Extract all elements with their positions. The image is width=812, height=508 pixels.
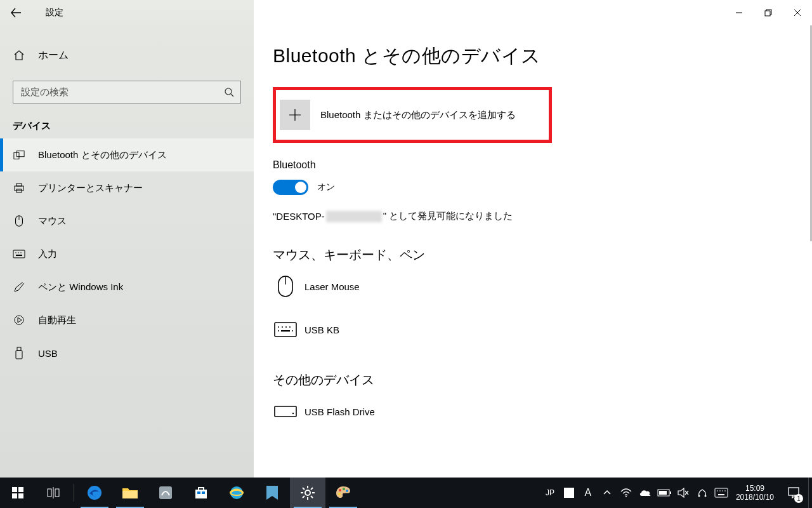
svg-point-44 xyxy=(305,490,310,495)
taskbar-app-generic1[interactable] xyxy=(148,478,183,508)
palette-icon xyxy=(335,485,351,500)
svg-point-65 xyxy=(719,490,721,491)
svg-point-24 xyxy=(278,330,279,331)
sidebar-home-label: ホーム xyxy=(38,49,69,62)
sidebar-item-label: 自動再生 xyxy=(38,314,76,326)
back-button[interactable] xyxy=(0,0,32,25)
svg-rect-31 xyxy=(12,493,17,498)
svg-line-52 xyxy=(311,488,313,490)
svg-rect-39 xyxy=(195,490,207,498)
svg-rect-19 xyxy=(275,323,296,337)
device-row[interactable]: Laser Mouse xyxy=(273,272,812,300)
section-other-devices: その他のデバイス xyxy=(273,371,812,389)
svg-point-57 xyxy=(625,496,627,497)
tray-onedrive[interactable] xyxy=(636,478,655,508)
svg-point-36 xyxy=(88,486,102,500)
svg-point-67 xyxy=(724,490,726,491)
svg-rect-5 xyxy=(16,184,22,186)
svg-rect-29 xyxy=(12,487,17,492)
taskbar-app-generic2[interactable] xyxy=(254,478,290,508)
mouse-icon xyxy=(273,274,298,298)
start-button[interactable] xyxy=(0,478,36,508)
ime-indicator[interactable] xyxy=(560,478,579,508)
sidebar-item-label: USB xyxy=(38,348,58,359)
taskbar-app-paint[interactable] xyxy=(325,478,361,508)
pen-icon xyxy=(13,281,25,293)
clock-time: 15:09 xyxy=(745,484,764,493)
svg-point-23 xyxy=(289,326,291,328)
maximize-button[interactable] xyxy=(754,0,783,25)
content: Bluetooth とその他のデバイス Bluetooth またはその他のデバイ… xyxy=(254,25,812,478)
minimize-icon xyxy=(735,9,743,17)
sidebar-item-bluetooth-devices[interactable]: Bluetooth とその他のデバイス xyxy=(0,138,254,171)
svg-point-28 xyxy=(292,413,294,414)
svg-rect-13 xyxy=(16,255,22,256)
tray-volume[interactable] xyxy=(674,478,693,508)
svg-point-11 xyxy=(18,252,19,253)
device-row[interactable]: USB KB xyxy=(273,316,812,344)
discover-suffix: " として発見可能になりました xyxy=(383,210,513,222)
app-tray-icon xyxy=(697,487,708,498)
show-desktop-button[interactable] xyxy=(808,478,812,508)
tray-battery[interactable] xyxy=(655,478,674,508)
sidebar-item-mouse[interactable]: マウス xyxy=(0,204,254,237)
ime-language[interactable]: JP xyxy=(540,478,560,508)
wifi-icon xyxy=(620,488,632,498)
sidebar-item-autoplay[interactable]: 自動再生 xyxy=(0,304,254,337)
svg-rect-60 xyxy=(659,491,667,495)
svg-rect-4 xyxy=(15,186,23,190)
tray-touch-keyboard[interactable] xyxy=(712,478,731,508)
taskbar-app-store[interactable] xyxy=(183,478,219,508)
device-row[interactable]: USB Flash Drive xyxy=(273,398,812,425)
svg-rect-16 xyxy=(16,351,22,359)
svg-rect-41 xyxy=(202,491,205,494)
svg-point-12 xyxy=(20,252,22,253)
notification-badge: 1 xyxy=(794,494,803,503)
gear-icon xyxy=(300,485,315,500)
sidebar-item-label: プリンターとスキャナー xyxy=(38,182,143,194)
close-button[interactable] xyxy=(783,0,812,25)
bluetooth-toggle[interactable] xyxy=(273,180,308,195)
taskbar-app-explorer[interactable] xyxy=(112,478,148,508)
svg-line-51 xyxy=(303,496,304,498)
sidebar-item-typing[interactable]: 入力 xyxy=(0,237,254,271)
taskbar-app-edge[interactable] xyxy=(77,478,112,508)
svg-rect-37 xyxy=(122,491,138,498)
search-input[interactable]: 設定の検索 xyxy=(13,81,241,104)
svg-rect-63 xyxy=(715,488,728,497)
sidebar-category: デバイス xyxy=(0,111,254,138)
svg-rect-3 xyxy=(16,151,24,157)
taskbar-separator xyxy=(74,484,74,502)
tray-overflow-button[interactable] xyxy=(598,478,617,508)
taskbar-app-ie[interactable] xyxy=(219,478,254,508)
minimize-button[interactable] xyxy=(724,0,754,25)
task-view-button[interactable] xyxy=(36,478,71,508)
taskbar-app-settings[interactable] xyxy=(290,478,325,508)
search-icon xyxy=(223,87,235,97)
ime-mode[interactable]: A xyxy=(579,478,598,508)
sidebar-item-printers[interactable]: プリンターとスキャナー xyxy=(0,171,254,204)
svg-point-62 xyxy=(704,495,706,497)
svg-rect-30 xyxy=(18,487,23,492)
add-device-button[interactable]: Bluetooth またはその他のデバイスを追加する xyxy=(273,87,552,143)
app-icon xyxy=(265,485,279,501)
svg-point-42 xyxy=(230,486,243,499)
sidebar-item-usb[interactable]: USB xyxy=(0,337,254,370)
home-icon xyxy=(13,50,25,61)
taskbar-clock[interactable]: 15:09 2018/10/10 xyxy=(731,484,779,502)
plus-icon xyxy=(280,100,310,130)
tray-app[interactable] xyxy=(693,478,712,508)
discover-prefix: "DESKTOP- xyxy=(273,211,325,222)
tray-wifi[interactable] xyxy=(617,478,636,508)
bluetooth-state-text: オン xyxy=(317,182,335,193)
sidebar-item-label: 入力 xyxy=(38,248,57,260)
volume-mute-icon xyxy=(678,488,689,498)
sidebar-home[interactable]: ホーム xyxy=(0,41,254,69)
device-icon xyxy=(13,150,25,160)
action-center-button[interactable]: 1 xyxy=(779,478,808,508)
svg-rect-34 xyxy=(55,489,59,497)
redacted-hostname xyxy=(326,211,382,222)
drive-icon xyxy=(273,406,298,417)
sidebar-item-pen[interactable]: ペンと Windows Ink xyxy=(0,271,254,304)
folder-icon xyxy=(122,486,138,500)
